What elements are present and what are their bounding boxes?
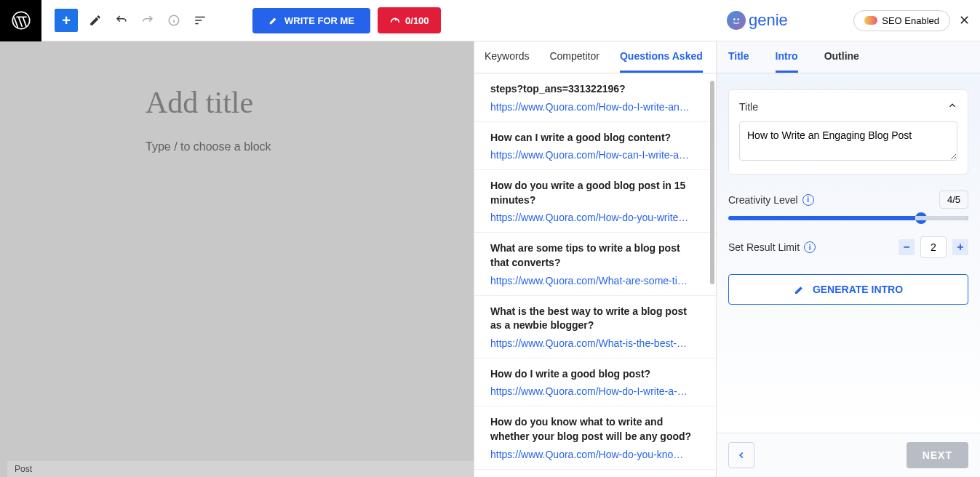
question-text: How do I write a good blog post?: [490, 367, 700, 382]
add-block-button[interactable]: +: [55, 9, 78, 32]
question-text: How do you know what to write and whethe…: [490, 415, 700, 444]
info-icon[interactable]: i: [804, 241, 816, 253]
question-text: What are some tips to write a blog post …: [490, 241, 700, 270]
question-link[interactable]: https://www.Quora.com/How-do-you-write…: [490, 212, 700, 223]
title-input[interactable]: [739, 121, 957, 161]
question-item[interactable]: How do I write a good blog post?https://…: [474, 358, 716, 407]
question-text: What is the best way to write a blog pos…: [490, 305, 700, 333]
post-title-input[interactable]: Add title: [146, 85, 328, 120]
question-text: steps?top_ans=331322196?: [490, 82, 700, 97]
write-for-me-label: WRITE FOR ME: [284, 15, 354, 26]
svg-point-3: [737, 18, 739, 20]
decrement-button[interactable]: −: [899, 239, 915, 255]
next-button[interactable]: NEXT: [907, 442, 968, 468]
increment-button[interactable]: +: [952, 239, 968, 255]
write-for-me-button[interactable]: WRITE FOR ME: [252, 8, 370, 33]
question-link[interactable]: https://www.Quora.com/How-do-you-kno…: [490, 449, 700, 460]
creativity-label: Creativity Level i: [728, 194, 814, 206]
question-text: How can I write a good blog content?: [490, 131, 700, 145]
result-limit-label: Set Result Limit i: [728, 241, 816, 253]
question-item[interactable]: What are some tips to write a blog post …: [474, 233, 716, 295]
wordpress-logo[interactable]: [0, 0, 41, 41]
question-item[interactable]: steps?top_ans=331322196?https://www.Quor…: [474, 73, 716, 122]
seo-enabled-label: SEO Enabled: [882, 15, 939, 26]
title-card: Title: [728, 89, 968, 175]
generate-intro-button[interactable]: GENERATE INTRO: [728, 274, 968, 305]
genie-brand: genie: [727, 11, 788, 30]
questions-list[interactable]: steps?top_ans=331322196?https://www.Quor…: [474, 73, 716, 477]
tab-intro[interactable]: Intro: [776, 41, 798, 73]
question-item[interactable]: What is the best way to write a blog pos…: [474, 296, 716, 358]
close-icon[interactable]: ✕: [959, 12, 970, 28]
editor-area[interactable]: Add title Type / to choose a block Post: [0, 41, 474, 477]
eye-icon: [864, 16, 877, 25]
redo-icon[interactable]: [139, 12, 156, 29]
tab-title[interactable]: Title: [728, 41, 749, 73]
question-link[interactable]: https://www.Quora.com/How-do-I-write-an…: [490, 101, 700, 113]
undo-icon[interactable]: [113, 12, 130, 29]
generate-intro-label: GENERATE INTRO: [813, 284, 903, 295]
question-item[interactable]: How can I write a good blog content?http…: [474, 122, 716, 171]
info-icon[interactable]: i: [802, 194, 814, 206]
seo-enabled-pill[interactable]: SEO Enabled: [853, 10, 950, 31]
brand-text: genie: [749, 11, 788, 30]
creativity-slider[interactable]: [728, 216, 968, 220]
question-link[interactable]: https://www.Quora.com/What-is-the-best-…: [490, 337, 700, 349]
question-link[interactable]: https://www.Quora.com/How-can-I-write-a…: [490, 149, 700, 161]
slider-thumb[interactable]: [915, 212, 927, 224]
outline-icon[interactable]: [191, 12, 209, 29]
edit-icon[interactable]: [87, 12, 104, 29]
question-text: How do you write a good blog post in 15 …: [490, 179, 700, 207]
tab-outline[interactable]: Outline: [824, 41, 859, 73]
question-item[interactable]: How do you write a good blog post in 15 …: [474, 170, 716, 233]
info-icon[interactable]: [165, 12, 183, 29]
title-card-label: Title: [739, 101, 758, 113]
creativity-value: 4/5: [939, 191, 968, 209]
seo-score-button[interactable]: 0/100: [378, 7, 441, 33]
tab-competitor[interactable]: Competitor: [549, 41, 599, 73]
post-body-placeholder[interactable]: Type / to choose a block: [146, 140, 328, 153]
question-link[interactable]: https://www.Quora.com/How-do-I-write-a-…: [490, 385, 700, 397]
tab-keywords[interactable]: Keywords: [485, 41, 529, 73]
back-button[interactable]: [728, 442, 754, 468]
tab-questions-asked[interactable]: Questions Asked: [620, 41, 703, 73]
seo-score-value: 0/100: [405, 15, 429, 26]
svg-point-2: [733, 18, 736, 20]
result-limit-input[interactable]: [920, 236, 947, 258]
editor-footer-status[interactable]: Post: [7, 461, 474, 477]
question-link[interactable]: https://www.Quora.com/What-are-some-ti…: [490, 275, 700, 286]
scrollbar[interactable]: [710, 81, 714, 284]
chevron-up-icon[interactable]: [947, 100, 957, 113]
genie-icon: [727, 11, 746, 30]
question-item[interactable]: How do you know what to write and whethe…: [474, 406, 716, 469]
